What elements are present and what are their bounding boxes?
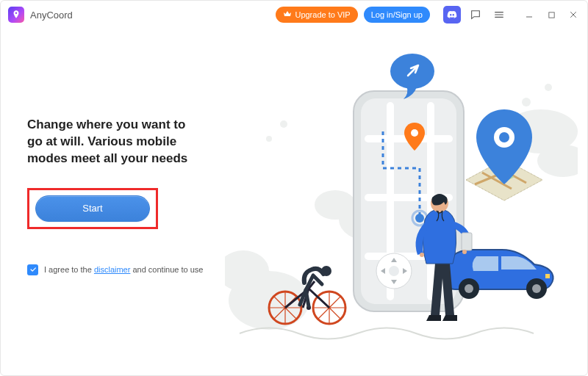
agree-checkbox-row[interactable]: I agree to the disclaimer and continue t…: [27, 264, 225, 275]
svg-point-9: [280, 120, 287, 128]
agree-checkbox[interactable]: [27, 264, 38, 275]
svg-point-25: [465, 284, 473, 293]
discord-button[interactable]: [443, 6, 461, 24]
crown-icon: [283, 10, 292, 20]
feedback-button[interactable]: [467, 6, 484, 24]
svg-rect-29: [462, 233, 472, 250]
svg-point-7: [522, 98, 531, 106]
hamburger-icon: [493, 9, 505, 21]
maximize-icon: [548, 11, 556, 19]
svg-point-27: [532, 284, 541, 293]
upgrade-label: Upgrade to VIP: [295, 10, 350, 19]
minimize-icon: [525, 10, 534, 19]
left-panel: Change where you want to go at will. Var…: [1, 29, 225, 375]
app-logo: [8, 7, 24, 23]
hero-illustration: [225, 36, 578, 359]
speech-bubble-icon: [470, 9, 481, 21]
app-title: AnyCoord: [30, 10, 73, 21]
svg-point-31: [420, 253, 424, 257]
svg-point-10: [266, 136, 272, 142]
svg-point-30: [462, 250, 467, 254]
headline-text: Change where you want to go at will. Var…: [27, 117, 204, 167]
discord-icon: [447, 10, 457, 20]
close-icon: [569, 10, 578, 19]
start-highlight-box: Start: [27, 188, 158, 229]
minimize-button[interactable]: [523, 8, 536, 21]
window-controls: [523, 8, 580, 21]
svg-rect-0: [548, 12, 553, 17]
login-button[interactable]: Log in/Sign up: [364, 7, 430, 23]
titlebar-actions: [443, 6, 508, 24]
pin-icon: [11, 10, 21, 20]
close-button[interactable]: [567, 8, 580, 21]
car-illustration: [446, 250, 553, 299]
upgrade-button[interactable]: Upgrade to VIP: [276, 7, 357, 23]
svg-point-13: [411, 129, 418, 137]
svg-point-8: [545, 84, 552, 91]
login-label: Log in/Sign up: [371, 10, 423, 19]
svg-point-14: [415, 214, 424, 223]
svg-point-6: [315, 190, 356, 220]
illustration-panel: [225, 29, 587, 375]
titlebar: AnyCoord Upgrade to VIP Log in/Sign up: [1, 1, 587, 29]
agree-suffix: and continue to use: [130, 265, 203, 274]
maximize-button[interactable]: [545, 8, 558, 21]
agree-text: I agree to the disclaimer and continue t…: [44, 265, 203, 274]
svg-point-36: [321, 266, 331, 276]
menu-button[interactable]: [490, 6, 508, 24]
check-icon: [29, 266, 37, 273]
disclaimer-link[interactable]: disclaimer: [94, 265, 131, 274]
start-button[interactable]: Start: [35, 195, 150, 222]
start-button-label: Start: [82, 203, 102, 214]
svg-point-17: [389, 266, 399, 276]
content-area: Change where you want to go at will. Var…: [1, 29, 587, 375]
svg-rect-28: [545, 274, 550, 278]
app-window: AnyCoord Upgrade to VIP Log in/Sign up: [0, 0, 588, 376]
svg-point-23: [499, 132, 509, 142]
agree-prefix: I agree to the: [44, 265, 94, 274]
